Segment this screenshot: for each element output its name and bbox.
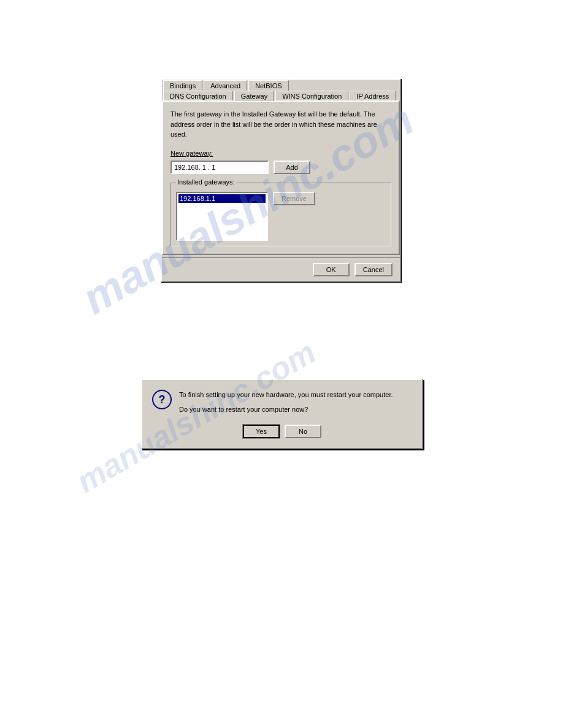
info-text: The first gateway in the Installed Gatew… <box>170 109 391 140</box>
question-icon: ? <box>152 390 172 409</box>
restart-dialog: ? To finish setting up your new hardware… <box>141 379 423 449</box>
gateway-input-row: 192.168. 1 . 1 Add <box>170 161 391 174</box>
tab-bar-lower: DNS Configuration Gateway WINS Configura… <box>163 90 400 100</box>
restart-text: To finish setting up your new hardware, … <box>179 390 393 415</box>
list-item[interactable]: 192.168.1.1 <box>178 194 266 203</box>
new-gateway-label: New gateway: <box>170 150 391 157</box>
yes-button[interactable]: Yes <box>243 425 280 438</box>
restart-content: ? To finish setting up your new hardware… <box>152 390 412 415</box>
tab-wins-configuration[interactable]: WINS Configuration <box>275 91 348 101</box>
tab-ip-address[interactable]: IP Address <box>350 91 396 101</box>
tab-dns-configuration[interactable]: DNS Configuration <box>163 91 233 101</box>
tcpip-dialog: Bindings Advanced NetBIOS DNS Configurat… <box>161 78 401 282</box>
tab-advanced[interactable]: Advanced <box>204 80 247 91</box>
tab-bindings[interactable]: Bindings <box>163 80 202 91</box>
installed-gateways-label: Installed gateways: <box>176 178 236 186</box>
installed-gateways-list[interactable]: 192.168.1.1 <box>176 192 268 241</box>
ok-button[interactable]: OK <box>313 263 350 276</box>
add-button[interactable]: Add <box>274 161 310 174</box>
no-button[interactable]: No <box>285 425 321 438</box>
dialog-bottom: OK Cancel <box>162 257 400 281</box>
tab-content: The first gateway in the Installed Gatew… <box>162 100 400 255</box>
tab-gateway[interactable]: Gateway <box>234 91 274 101</box>
restart-buttons: Yes No <box>152 425 412 438</box>
page-container: manualshinc.com manualshinc.com Bindings… <box>0 0 563 728</box>
installed-gateways-group: Installed gateways: 192.168.1.1 Remove <box>170 183 391 246</box>
tab-netbios[interactable]: NetBIOS <box>248 80 288 91</box>
cancel-button[interactable]: Cancel <box>354 263 393 276</box>
remove-button[interactable]: Remove <box>273 192 315 205</box>
tab-bar-upper: Bindings Advanced NetBIOS <box>163 80 400 90</box>
gateway-input[interactable]: 192.168. 1 . 1 <box>170 161 269 174</box>
